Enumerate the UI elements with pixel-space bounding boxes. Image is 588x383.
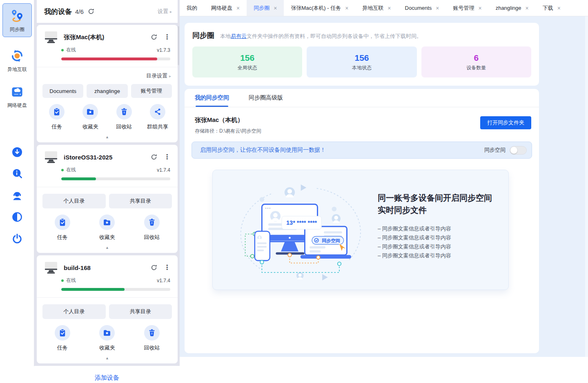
dir-chip[interactable]: 个人目录 xyxy=(42,304,106,319)
sync-space-promo-panel: 13* **** **** 同步空间 同一账号多设备间开启同步空间 xyxy=(212,170,509,290)
tab-network-disk[interactable]: 网络硬盘× xyxy=(204,0,247,16)
support-icon[interactable] xyxy=(12,190,22,201)
close-icon[interactable]: × xyxy=(557,5,561,11)
sync-circle-page: 同步圈 本地易有云文件夹中操作的所有资料，即可自动同步到各设备中，节省上传下载时… xyxy=(180,16,588,357)
sidebar-item-label: 异地互联 xyxy=(7,66,27,73)
device-name: 张张Mac(本机) xyxy=(64,33,104,41)
refresh-icon[interactable] xyxy=(88,8,94,15)
banner-text: 启用同步空间，让你在不同设备间使用同一数据！ xyxy=(200,146,326,154)
dir-settings-link[interactable]: 目录设置▸ xyxy=(37,67,178,80)
more-menu-icon[interactable]: ⋮ xyxy=(164,154,170,160)
settings-link[interactable]: 设置▸ xyxy=(158,8,172,15)
stat-value: 156 xyxy=(354,53,369,63)
close-icon[interactable]: × xyxy=(236,5,240,11)
action-tasks[interactable]: 任务 xyxy=(40,215,85,241)
action-tasks[interactable]: 任务 xyxy=(40,325,85,352)
main-area: 我的 网络硬盘× 同步圈× 张张Mac(本机) - 任务× 异地互联× Docu… xyxy=(180,0,588,383)
tab-remote-link[interactable]: 异地互联× xyxy=(355,0,398,16)
sidebar-item-network-drive[interactable]: 网络硬盘 xyxy=(2,84,32,109)
open-sync-folder-button[interactable]: 打开同步文件夹 xyxy=(480,116,531,129)
sync-circle-header-card: 同步圈 本地易有云文件夹中操作的所有资料，即可自动同步到各设备中，节省上传下载时… xyxy=(185,23,539,86)
main-scrollbar[interactable] xyxy=(585,16,588,357)
sidebar-item-sync-circle[interactable]: 同步圈 xyxy=(2,3,32,37)
tab-my[interactable]: 我的 xyxy=(180,0,204,16)
more-menu-icon[interactable]: ⋮ xyxy=(164,264,170,271)
refresh-icon[interactable] xyxy=(151,34,157,40)
add-device-button[interactable]: 添加设备 xyxy=(34,366,180,383)
chevron-right-icon: ▸ xyxy=(169,74,171,78)
close-icon[interactable]: × xyxy=(436,5,439,11)
stat-label: 设备数量 xyxy=(466,64,486,71)
dir-chip[interactable]: Documents xyxy=(42,84,83,98)
sidebar-item-remote-link[interactable]: 异地互联 xyxy=(2,49,32,73)
storage-progress-bar xyxy=(61,288,170,291)
action-recycle-bin[interactable]: 回收站 xyxy=(129,325,174,352)
yiyouyun-link[interactable]: 易有云 xyxy=(231,33,247,39)
action-favorites[interactable]: 收藏夹 xyxy=(85,215,130,241)
device-panel-scrollbar[interactable] xyxy=(178,26,179,65)
info-search-icon[interactable] xyxy=(12,168,22,179)
dir-chip[interactable]: 账号管理 xyxy=(131,84,172,98)
action-recycle-bin[interactable]: 回收站 xyxy=(107,104,141,131)
theme-toggle-icon[interactable] xyxy=(12,212,22,222)
online-status-dot xyxy=(61,279,64,282)
task-clipboard-icon xyxy=(53,108,61,116)
refresh-icon[interactable] xyxy=(151,154,157,160)
sync-space-toggle[interactable] xyxy=(510,146,527,155)
favorites-folder-icon xyxy=(86,108,94,116)
stat-global-status: 156 全局状态 xyxy=(192,46,302,77)
close-icon[interactable]: × xyxy=(274,5,277,11)
close-icon[interactable]: × xyxy=(388,5,391,11)
tab-zhanglinge[interactable]: zhanglinge× xyxy=(489,0,536,16)
computer-icon xyxy=(43,31,59,44)
dir-chip[interactable]: zhanglinge xyxy=(87,84,127,98)
action-favorites[interactable]: 收藏夹 xyxy=(74,104,107,131)
recycle-bin-icon xyxy=(148,329,156,337)
device-panel: 我的设备 4/6 设置▸ 张张Mac(本机) ⋮ 在线 v1.7.3 xyxy=(34,0,180,366)
tab-mac-tasks[interactable]: 张张Mac(本机) - 任务× xyxy=(284,0,355,16)
toggle-label: 同步空间 xyxy=(484,146,506,154)
power-icon[interactable] xyxy=(12,233,22,244)
action-tasks[interactable]: 任务 xyxy=(40,104,74,131)
collapse-button[interactable]: ▲ xyxy=(37,131,178,142)
promo-title-line1: 同一账号多设备间开启同步空间 xyxy=(378,192,492,204)
device-status: 在线 xyxy=(66,166,76,173)
more-menu-icon[interactable]: ⋮ xyxy=(164,34,170,40)
promo-bullets: – 同步圈文案信息或者引导内容 – 同步圈文案信息或者引导内容 – 同步圈文案信… xyxy=(378,224,492,260)
promo-bullet: – 同步圈文案信息或者引导内容 xyxy=(378,233,492,242)
refresh-icon[interactable] xyxy=(151,264,157,271)
svg-text:同步空间: 同步空间 xyxy=(322,238,340,243)
stat-local-status: 156 本地状态 xyxy=(307,46,416,77)
storage-path: 存储路径：D:\易有云\同步空间 xyxy=(195,128,261,135)
close-icon[interactable]: × xyxy=(478,5,481,11)
action-favorites[interactable]: 收藏夹 xyxy=(85,325,130,352)
tab-documents[interactable]: Documents× xyxy=(398,0,446,16)
recycle-bin-icon xyxy=(120,108,128,116)
storage-progress-fill xyxy=(61,288,125,291)
storage-progress-fill xyxy=(61,177,96,180)
group-share-icon xyxy=(154,108,162,116)
tab-sync-circle-premium[interactable]: 同步圈高级版 xyxy=(249,89,283,107)
dir-chip[interactable]: 共享目录 xyxy=(109,304,172,319)
action-group-share[interactable]: 群组共享 xyxy=(141,104,174,131)
dir-chip[interactable]: 共享目录 xyxy=(109,194,172,208)
online-status-dot xyxy=(61,49,64,51)
tab-download[interactable]: 下载× xyxy=(536,0,568,16)
action-recycle-bin[interactable]: 回收站 xyxy=(129,215,174,241)
dir-chip[interactable]: 个人目录 xyxy=(42,194,106,208)
collapse-button[interactable]: ▲ xyxy=(37,352,178,363)
device-version: v1.7.4 xyxy=(157,167,170,173)
storage-progress-bar xyxy=(61,58,170,60)
tab-my-sync-space[interactable]: 我的同步空间 xyxy=(195,89,229,107)
tab-sync-circle[interactable]: 同步圈× xyxy=(247,0,284,16)
enable-sync-banner: 启用同步空间，让你在不同设备间使用同一数据！ 同步空间 xyxy=(192,142,532,159)
computer-icon xyxy=(43,151,59,164)
app-window: 同步圈 异地互联 xyxy=(0,0,588,383)
close-icon[interactable]: × xyxy=(526,5,529,11)
collapse-button[interactable]: ▲ xyxy=(37,241,178,253)
tab-account[interactable]: 账号管理× xyxy=(446,0,488,16)
task-clipboard-icon xyxy=(58,329,67,337)
close-icon[interactable]: × xyxy=(345,5,348,11)
device-panel-header: 我的设备 4/6 设置▸ xyxy=(37,0,178,23)
download-icon[interactable] xyxy=(12,147,22,157)
